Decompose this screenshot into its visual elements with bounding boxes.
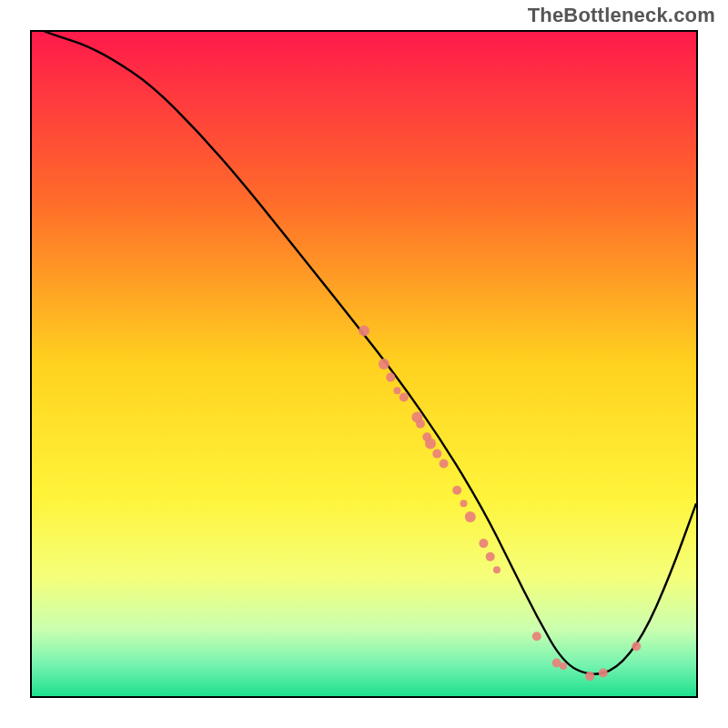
- data-marker: [379, 359, 389, 369]
- attribution-label: TheBottleneck.com: [528, 4, 715, 27]
- data-marker: [585, 672, 594, 681]
- data-marker: [479, 539, 488, 548]
- data-marker: [493, 566, 500, 573]
- data-marker: [532, 632, 541, 641]
- data-marker: [460, 500, 468, 507]
- gradient-background: [32, 32, 696, 696]
- data-marker: [560, 662, 567, 670]
- chart-svg: [32, 32, 696, 696]
- data-marker: [359, 326, 369, 337]
- data-marker: [599, 669, 608, 678]
- data-marker: [632, 642, 641, 651]
- data-marker: [440, 460, 449, 469]
- data-marker: [425, 439, 436, 450]
- chart-area: [30, 30, 698, 698]
- data-marker: [386, 373, 395, 382]
- data-marker: [432, 450, 441, 459]
- data-marker: [486, 552, 495, 561]
- data-marker: [465, 511, 476, 522]
- data-marker: [452, 486, 461, 495]
- data-marker: [394, 387, 401, 394]
- data-marker: [416, 420, 425, 429]
- data-marker: [399, 393, 409, 402]
